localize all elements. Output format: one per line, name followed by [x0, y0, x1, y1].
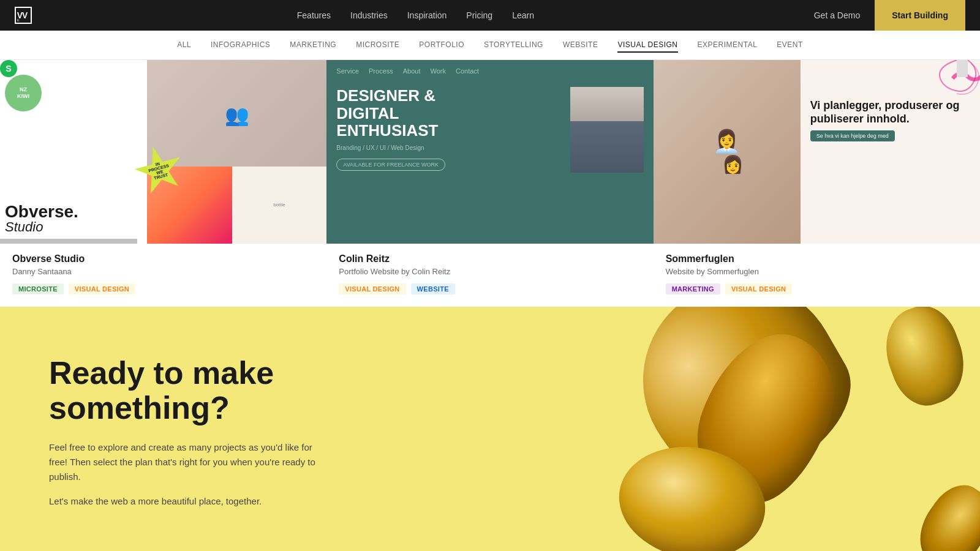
card-obverse-studio[interactable]: S NZKIWI 👥 bottle Obverse. Studio	[0, 60, 326, 307]
cta-heading: Ready to make something?	[49, 356, 318, 425]
filter-microsite[interactable]: MICROSITE	[356, 38, 399, 53]
filter-storytelling[interactable]: STORYTELLING	[484, 38, 543, 53]
cta-content: Ready to make something? Feel free to ex…	[0, 356, 368, 509]
card-obverse-subtitle: Danny Santaana	[12, 267, 314, 276]
card-colin-tags: VISUAL DESIGN WEBSITE	[339, 283, 641, 294]
filter-event[interactable]: EVENT	[777, 38, 803, 53]
filter-visual-design[interactable]: VISUAL DESIGN	[617, 38, 677, 53]
filter-portfolio[interactable]: PORTFOLIO	[419, 38, 464, 53]
colin-text: DESIGNER &DIGITALENTHUSIAST Branding / U…	[336, 87, 570, 171]
card-sommerfuglen[interactable]: 〜 👩‍💼 👩	[654, 60, 980, 307]
tag-website-1[interactable]: WEBSITE	[411, 283, 455, 294]
card-obverse-info: Obverse Studio Danny Santaana MICROSITE …	[0, 244, 326, 307]
colin-nav: Service Process About Work Contact	[326, 60, 653, 82]
nav-industries[interactable]: Industries	[350, 10, 388, 20]
card-sommerfuglen-title: Sommerfuglen	[666, 253, 968, 264]
card-obverse-tags: MICROSITE VISUAL DESIGN	[12, 283, 314, 294]
start-building-button[interactable]: Start Building	[875, 0, 965, 31]
get-demo-link[interactable]: Get a Demo	[799, 10, 875, 20]
navbar: VV E Features Industries Inspiration Pri…	[0, 0, 980, 31]
cta-section: Ready to make something? Feel free to ex…	[0, 307, 980, 551]
golden-shape-5	[906, 474, 980, 551]
kiwi-badge: NZKIWI	[5, 75, 42, 111]
filter-marketing[interactable]: MARKETING	[290, 38, 336, 53]
filter-experimental[interactable]: EXPERIMENTAL	[698, 38, 758, 53]
sommer-photo: 👩‍💼 👩	[654, 60, 801, 244]
obverse-top-photo: 👥	[147, 60, 326, 170]
obverse-bottom-panels: bottle	[147, 167, 326, 244]
card-colin-reitz[interactable]: Service Process About Work Contact DESIG…	[326, 60, 653, 307]
cta-tagline: Let's make the web a more beautiful plac…	[49, 494, 318, 509]
tag-visual-design-2[interactable]: VISUAL DESIGN	[339, 283, 405, 294]
cta-decoration	[582, 307, 980, 551]
sommer-left-photo: 👩‍💼 👩	[654, 60, 801, 244]
card-sommerfuglen-subtitle: Website by Sommerfuglen	[666, 267, 968, 276]
card-sommerfuglen-image: 〜 👩‍💼 👩	[654, 60, 980, 244]
card-colin-info: Colin Reitz Portfolio Website by Colin R…	[326, 244, 653, 307]
logo-icon: VV E	[15, 7, 32, 24]
cards-grid: S NZKIWI 👥 bottle Obverse. Studio	[0, 60, 980, 307]
filter-all[interactable]: ALL	[177, 38, 191, 53]
card-colin-image: Service Process About Work Contact DESIG…	[326, 60, 653, 244]
colin-photo	[570, 87, 644, 173]
nav-learn[interactable]: Learn	[512, 10, 534, 20]
colin-available-btn[interactable]: AVAILABLE FOR FREELANCE WORK	[336, 159, 445, 171]
nav-pricing[interactable]: Pricing	[466, 10, 492, 20]
card-sommerfuglen-info: Sommerfuglen Website by Sommerfuglen MAR…	[654, 244, 980, 307]
tag-visual-design-1[interactable]: VISUAL DESIGN	[69, 283, 135, 294]
card-colin-title: Colin Reitz	[339, 253, 641, 264]
tag-visual-design-3[interactable]: VISUAL DESIGN	[725, 283, 792, 294]
card-sommerfuglen-tags: MARKETING VISUAL DESIGN	[666, 283, 968, 294]
card-obverse-image: S NZKIWI 👥 bottle Obverse. Studio	[0, 60, 326, 244]
logo[interactable]: VV E	[15, 7, 32, 24]
spotify-icon: S	[0, 60, 17, 77]
cta-body: Feel free to explore and create as many …	[49, 440, 318, 484]
main-content: S NZKIWI 👥 bottle Obverse. Studio	[0, 60, 980, 307]
colin-subtext: Branding / UX / UI / Web Design	[336, 144, 570, 151]
tag-microsite-1[interactable]: MICROSITE	[12, 283, 64, 294]
obverse-logo-text: Obverse. Studio	[5, 203, 78, 234]
nav-inspiration[interactable]: Inspiration	[407, 10, 447, 20]
grey-bar	[0, 239, 137, 244]
filter-bar: ALL INFOGRAPHICS MARKETING MICROSITE POR…	[0, 31, 980, 60]
filter-infographics[interactable]: INFOGRAPHICS	[211, 38, 270, 53]
nav-features[interactable]: Features	[297, 10, 331, 20]
nav-links: Features Industries Inspiration Pricing …	[297, 10, 534, 21]
sommer-cta[interactable]: Se hva vi kan hjelpe deg med	[810, 130, 895, 141]
nav-actions: Get a Demo Start Building	[799, 0, 965, 31]
card-obverse-title: Obverse Studio	[12, 253, 314, 264]
colin-body: DESIGNER &DIGITALENTHUSIAST Branding / U…	[326, 82, 653, 244]
tag-marketing-1[interactable]: MARKETING	[666, 283, 720, 294]
card-colin-subtitle: Portfolio Website by Colin Reitz	[339, 267, 641, 276]
golden-shape-4	[873, 307, 976, 414]
filter-website[interactable]: WEBSITE	[563, 38, 598, 53]
